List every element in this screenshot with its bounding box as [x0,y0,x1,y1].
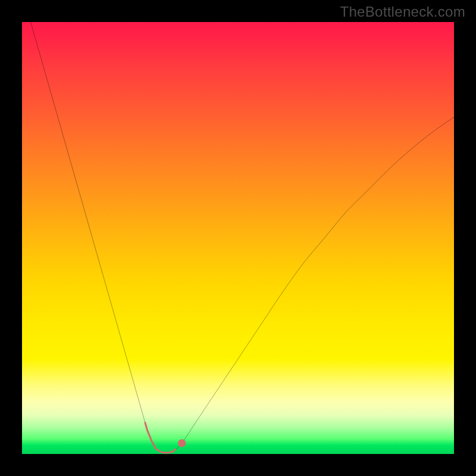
optimal-range-marker [145,422,176,452]
bottleneck-curve [31,22,454,453]
chart-frame: TheBottleneck.com [0,0,476,476]
curve-layer [22,22,454,454]
watermark-text: TheBottleneck.com [340,4,465,20]
optimal-range-end-dot [178,439,186,447]
plot-area [22,22,454,454]
